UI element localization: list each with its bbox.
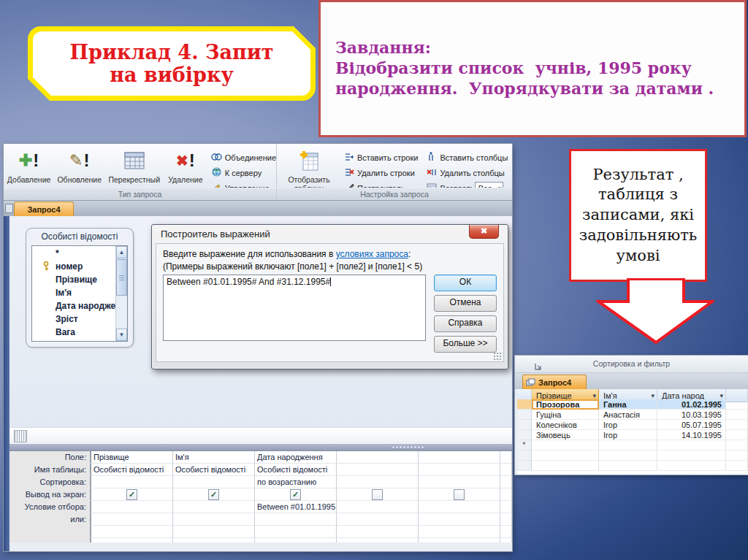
grid-fill-cell bbox=[500, 464, 512, 476]
row-selector[interactable] bbox=[517, 420, 532, 430]
ok-button[interactable]: ОК bbox=[434, 275, 497, 291]
table-cell[interactable] bbox=[726, 440, 748, 450]
grid-empty-cell[interactable] bbox=[419, 538, 500, 542]
grid-or-cell[interactable] bbox=[173, 513, 255, 526]
grid-table-cell[interactable]: Особисті відомості bbox=[255, 464, 337, 476]
field-list-item[interactable]: номер bbox=[32, 260, 115, 273]
grid-field-cell[interactable] bbox=[419, 451, 500, 464]
pane-grip-icon[interactable] bbox=[14, 430, 27, 442]
scroll-thumb[interactable] bbox=[116, 259, 127, 296]
help-button[interactable]: Справка bbox=[434, 315, 497, 332]
grid-sort-cell[interactable] bbox=[91, 476, 173, 488]
grid-empty-cell[interactable] bbox=[255, 538, 337, 542]
grid-criteria-cell[interactable] bbox=[337, 501, 419, 513]
insert-rows-button[interactable]: Вставить строки bbox=[343, 150, 418, 165]
grid-empty-cell[interactable] bbox=[91, 538, 173, 542]
show-checkbox[interactable]: ✓ bbox=[454, 489, 465, 500]
field-list-item[interactable]: Дата народжен bbox=[32, 299, 115, 312]
grid-fill-cell bbox=[500, 476, 512, 488]
grid-empty-cell[interactable] bbox=[337, 538, 419, 542]
grid-field-cell[interactable]: Ім'я bbox=[173, 451, 255, 464]
tab-query4[interactable]: Запрос4 bbox=[14, 202, 74, 217]
field-list-scrollbar[interactable]: ▲ ▼ bbox=[115, 246, 127, 341]
table-cell[interactable]: 05.07.1995 bbox=[657, 420, 726, 430]
result-tab-query4[interactable]: Запрос4 bbox=[522, 375, 587, 389]
field-list-item[interactable]: Ім'я bbox=[32, 286, 115, 299]
row-selector[interactable] bbox=[517, 410, 532, 420]
table-cell[interactable]: Ганна bbox=[599, 399, 657, 410]
grid-field-cell[interactable]: Дата народження bbox=[255, 451, 337, 464]
splitter-dots-icon bbox=[392, 446, 425, 448]
field-list-item[interactable]: Вага bbox=[32, 326, 115, 339]
pass-through-button[interactable]: К серверу bbox=[210, 165, 276, 180]
table-cell[interactable] bbox=[532, 440, 599, 450]
grid-or-cell[interactable] bbox=[255, 513, 337, 526]
field-list-item[interactable]: * bbox=[32, 247, 115, 260]
grid-field-cell[interactable] bbox=[337, 451, 419, 464]
grid-or-cell[interactable] bbox=[91, 513, 173, 526]
chevron-down-icon[interactable]: ▾ bbox=[651, 392, 654, 399]
new-row-selector[interactable]: * bbox=[517, 440, 532, 450]
grid-sort-cell[interactable] bbox=[173, 476, 255, 488]
pane-splitter[interactable] bbox=[9, 444, 512, 450]
grid-show-cell: ✓ bbox=[419, 488, 500, 501]
grid-empty-cell[interactable] bbox=[173, 538, 255, 542]
table-cell[interactable] bbox=[657, 440, 726, 450]
more-button[interactable]: Больше >> bbox=[434, 336, 497, 353]
show-checkbox[interactable]: ✓ bbox=[126, 489, 137, 500]
query-conditions-link[interactable]: условиях запроса bbox=[336, 249, 408, 259]
cancel-button[interactable]: Отмена bbox=[434, 295, 497, 312]
table-cell[interactable]: 14.10.1995 bbox=[657, 430, 726, 440]
table-cell[interactable]: 10.03.1995 bbox=[657, 410, 726, 420]
table-cell[interactable]: Ігор bbox=[599, 420, 657, 430]
table-cell[interactable]: Анастасія bbox=[599, 410, 657, 420]
table-cell[interactable]: Зімовець bbox=[532, 430, 599, 440]
dialog-launcher-icon[interactable] bbox=[535, 360, 542, 373]
grid-criteria-cell[interactable] bbox=[91, 501, 173, 513]
insert-columns-button[interactable]: Вставить столбцы bbox=[425, 150, 508, 165]
grid-empty-cell[interactable] bbox=[255, 526, 337, 538]
delete-columns-icon bbox=[425, 167, 438, 178]
grid-or-cell[interactable] bbox=[419, 513, 500, 526]
grid-criteria-cell[interactable] bbox=[419, 501, 500, 513]
chevron-down-icon[interactable]: ▾ bbox=[720, 392, 723, 399]
union-query-button[interactable]: Объединение bbox=[210, 150, 276, 165]
globe-icon bbox=[210, 167, 223, 178]
table-cell[interactable]: 01.02.1995 bbox=[657, 399, 726, 410]
close-icon[interactable]: ✖ bbox=[469, 225, 499, 239]
row-selector[interactable] bbox=[517, 430, 532, 440]
grid-empty-cell[interactable] bbox=[91, 526, 173, 538]
delete-columns-button[interactable]: Удалить столбцы bbox=[425, 165, 508, 180]
grid-table-cell[interactable] bbox=[419, 464, 500, 476]
grid-sort-cell[interactable] bbox=[337, 476, 419, 488]
show-checkbox[interactable]: ✓ bbox=[290, 489, 301, 500]
grid-table-cell[interactable]: Особисті відомості bbox=[173, 464, 255, 476]
table-cell[interactable]: Гущіна bbox=[532, 410, 599, 420]
row-selector[interactable] bbox=[517, 399, 532, 410]
table-cell[interactable]: Колесніков bbox=[532, 420, 599, 430]
table-cell[interactable]: Прозорова bbox=[532, 399, 599, 410]
grid-criteria-cell[interactable] bbox=[173, 501, 255, 513]
show-checkbox[interactable]: ✓ bbox=[372, 489, 383, 500]
grid-sort-cell[interactable] bbox=[419, 476, 500, 488]
expression-input[interactable]: Between #01.01.1995# And #31.12.1995# bbox=[163, 275, 426, 341]
table-cell[interactable] bbox=[599, 440, 657, 450]
field-list-item[interactable]: Прізвище bbox=[32, 273, 115, 286]
chevron-down-icon[interactable]: ▾ bbox=[592, 392, 596, 399]
delete-rows-button[interactable]: Удалить строки bbox=[343, 165, 418, 180]
grid-empty-cell[interactable] bbox=[419, 526, 500, 538]
grid-field-cell[interactable]: Прізвище bbox=[91, 451, 173, 464]
grid-sort-cell[interactable]: по возрастанию bbox=[255, 476, 337, 488]
scroll-up-icon[interactable]: ▲ bbox=[116, 246, 127, 258]
show-checkbox[interactable]: ✓ bbox=[208, 489, 219, 500]
table-cell[interactable]: Ігор bbox=[599, 430, 657, 440]
field-list-item[interactable]: Зріст bbox=[32, 312, 115, 326]
grid-table-cell[interactable]: Особисті відомості bbox=[91, 464, 173, 476]
grid-empty-cell[interactable] bbox=[173, 526, 255, 538]
grid-or-cell[interactable] bbox=[337, 513, 419, 526]
grid-table-cell[interactable] bbox=[337, 464, 419, 476]
resize-grip[interactable] bbox=[493, 352, 501, 360]
grid-criteria-cell[interactable]: Between #01.01.1995 bbox=[255, 501, 337, 513]
grid-empty-cell[interactable] bbox=[337, 526, 419, 538]
scroll-down-icon[interactable]: ▼ bbox=[116, 329, 127, 341]
